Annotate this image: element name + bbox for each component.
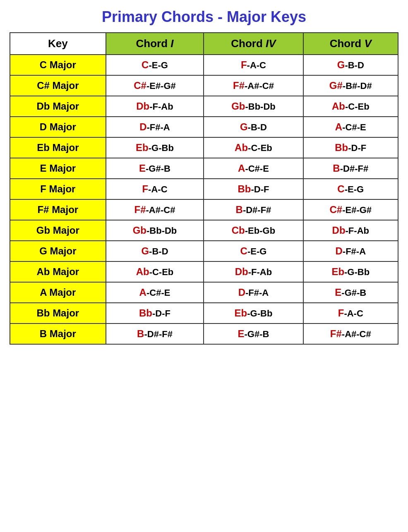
chord4-cell: Gb-Bb-Db [204, 96, 303, 117]
table-row: E MajorE-G#-BA-C#-EB-D#-F# [10, 158, 398, 179]
table-row: Eb MajorEb-G-BbAb-C-EbBb-D-F [10, 137, 398, 158]
chord5-cell: G-B-D [303, 55, 398, 75]
key-cell: F Major [10, 179, 106, 199]
chord5-cell: Eb-G-Bb [303, 261, 398, 282]
header-key: Key [10, 33, 106, 55]
chord4-cell: E-G#-B [204, 324, 303, 344]
chord1-cell: Bb-D-F [106, 303, 204, 324]
key-cell: E Major [10, 158, 106, 179]
chord1-cell: F#-A#-C# [106, 199, 204, 220]
chord4-cell: A-C#-E [204, 158, 303, 179]
chord4-cell: B-D#-F# [204, 199, 303, 220]
chord1-cell: Db-F-Ab [106, 96, 204, 117]
key-cell: C Major [10, 55, 106, 75]
key-cell: Bb Major [10, 303, 106, 324]
chord1-cell: A-C#-E [106, 282, 204, 303]
chord1-cell: G-B-D [106, 241, 204, 261]
table-row: C# MajorC#-E#-G#F#-A#-C#G#-B#-D# [10, 75, 398, 96]
table-row: F# MajorF#-A#-C#B-D#-F#C#-E#-G# [10, 199, 398, 220]
chord5-cell: C-E-G [303, 179, 398, 199]
chord1-cell: C-E-G [106, 55, 204, 75]
table-row: Gb MajorGb-Bb-DbCb-Eb-GbDb-F-Ab [10, 220, 398, 241]
key-cell: Eb Major [10, 137, 106, 158]
header-chord1: Chord I [106, 33, 204, 55]
chord5-cell: F-A-C [303, 303, 398, 324]
chord1-cell: Eb-G-Bb [106, 137, 204, 158]
chord5-cell: D-F#-A [303, 241, 398, 261]
table-row: Db MajorDb-F-AbGb-Bb-DbAb-C-Eb [10, 96, 398, 117]
header-chord4: Chord IV [204, 33, 303, 55]
key-cell: Db Major [10, 96, 106, 117]
table-row: F MajorF-A-CBb-D-FC-E-G [10, 179, 398, 199]
header-chord5: Chord V [303, 33, 398, 55]
chord4-cell: F-A-C [204, 55, 303, 75]
key-cell: C# Major [10, 75, 106, 96]
table-row: C MajorC-E-GF-A-CG-B-D [10, 55, 398, 75]
chord4-cell: Db-F-Ab [204, 261, 303, 282]
chord5-cell: G#-B#-D# [303, 75, 398, 96]
chord4-cell: Ab-C-Eb [204, 137, 303, 158]
page-container: Primary Chords - Major Keys Key Chord I … [10, 8, 398, 345]
table-row: B MajorB-D#-F#E-G#-BF#-A#-C# [10, 324, 398, 344]
chord5-cell: A-C#-E [303, 117, 398, 137]
page-title: Primary Chords - Major Keys [10, 8, 398, 26]
chord4-cell: G-B-D [204, 117, 303, 137]
table-row: G MajorG-B-DC-E-GD-F#-A [10, 241, 398, 261]
chord5-cell: Db-F-Ab [303, 220, 398, 241]
table-row: Ab MajorAb-C-EbDb-F-AbEb-G-Bb [10, 261, 398, 282]
chord4-cell: C-E-G [204, 241, 303, 261]
table-row: A MajorA-C#-ED-F#-AE-G#-B [10, 282, 398, 303]
chord1-cell: F-A-C [106, 179, 204, 199]
chord5-cell: Bb-D-F [303, 137, 398, 158]
key-cell: D Major [10, 117, 106, 137]
table-row: Bb MajorBb-D-FEb-G-BbF-A-C [10, 303, 398, 324]
chords-table: Key Chord I Chord IV Chord V C MajorC-E-… [10, 32, 398, 345]
key-cell: G Major [10, 241, 106, 261]
chord4-cell: Eb-G-Bb [204, 303, 303, 324]
key-cell: Ab Major [10, 261, 106, 282]
chord5-cell: F#-A#-C# [303, 324, 398, 344]
chord1-cell: D-F#-A [106, 117, 204, 137]
key-cell: Gb Major [10, 220, 106, 241]
chord5-cell: C#-E#-G# [303, 199, 398, 220]
chord4-cell: F#-A#-C# [204, 75, 303, 96]
chord1-cell: Gb-Bb-Db [106, 220, 204, 241]
chord5-cell: Ab-C-Eb [303, 96, 398, 117]
key-cell: A Major [10, 282, 106, 303]
chord4-cell: Bb-D-F [204, 179, 303, 199]
table-row: D MajorD-F#-AG-B-DA-C#-E [10, 117, 398, 137]
chord5-cell: E-G#-B [303, 282, 398, 303]
chord1-cell: B-D#-F# [106, 324, 204, 344]
key-cell: F# Major [10, 199, 106, 220]
chord5-cell: B-D#-F# [303, 158, 398, 179]
chord4-cell: Cb-Eb-Gb [204, 220, 303, 241]
chord4-cell: D-F#-A [204, 282, 303, 303]
chord1-cell: E-G#-B [106, 158, 204, 179]
key-cell: B Major [10, 324, 106, 344]
chord1-cell: Ab-C-Eb [106, 261, 204, 282]
chord1-cell: C#-E#-G# [106, 75, 204, 96]
